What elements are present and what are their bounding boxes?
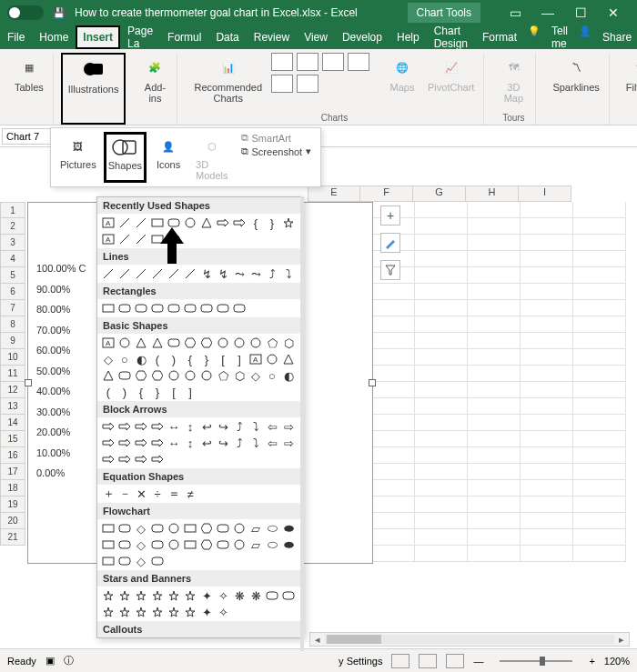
shape-option[interactable] [117,605,132,619]
tab-file[interactable]: File [0,25,32,49]
shape-option[interactable]: ◐ [134,352,148,366]
maps-button[interactable]: 🌐 Maps [386,53,419,105]
shape-option[interactable]: { [134,385,148,399]
row-header[interactable]: 19 [0,496,25,513]
chart-elements-button[interactable]: + [380,206,400,226]
col-header[interactable]: F [360,186,413,202]
view-page-break-icon[interactable] [446,654,464,668]
shape-option[interactable] [150,588,165,603]
resize-handle[interactable] [369,379,376,386]
pivotchart-button[interactable]: 📈 PivotChart [424,53,478,105]
shape-option[interactable]: ◇ [134,521,148,536]
shape-option[interactable]: ⤵ [248,436,263,450]
shape-option[interactable] [183,521,197,536]
shape-option[interactable] [117,266,132,281]
tab-home[interactable]: Home [32,25,76,49]
3d-models-button[interactable]: ⬡ 3D Models [190,132,233,183]
shape-option[interactable] [117,216,132,230]
row-header[interactable]: 17 [0,464,25,480]
illustrations-button[interactable]: Illustrations [65,55,123,96]
row-header[interactable]: 18 [0,480,25,496]
shape-option[interactable]: [ [216,352,230,366]
shape-option[interactable]: ) [117,385,132,399]
shape-option[interactable] [248,336,263,350]
shape-option[interactable] [167,588,181,603]
shape-option[interactable] [216,301,230,316]
tab-data[interactable]: Data [208,25,246,49]
shape-option[interactable] [199,521,214,536]
shape-option[interactable] [167,266,181,281]
row-header[interactable]: 2 [0,218,25,235]
shape-option[interactable]: ↔ [167,436,181,450]
shape-option[interactable] [265,588,279,603]
scroll-thumb[interactable] [327,635,381,644]
shape-option[interactable] [150,436,165,450]
shape-option[interactable]: { [248,216,263,230]
zoom-level[interactable]: 120% [604,656,630,667]
zoom-slider[interactable] [500,660,572,662]
row-header[interactable]: 8 [0,316,25,333]
zoom-out-icon[interactable]: — [473,656,483,667]
shape-option[interactable] [117,419,132,434]
shape-option[interactable] [134,301,148,316]
shape-option[interactable]: ( [101,385,116,399]
col-header[interactable]: E [308,186,360,202]
shape-option[interactable] [183,301,197,316]
shape-option[interactable]: ⤴ [232,436,247,450]
shape-option[interactable]: ⤳ [232,266,247,281]
shape-option[interactable] [101,588,116,603]
view-normal-icon[interactable] [391,654,410,668]
shape-option[interactable] [134,605,148,619]
shape-option[interactable] [134,336,148,350]
shape-option[interactable] [101,521,116,536]
shape-option[interactable]: ↯ [216,266,230,281]
shape-option[interactable]: A [101,216,116,230]
shape-option[interactable]: A [101,232,116,246]
horizontal-scrollbar[interactable]: ◂ ▸ [309,632,630,647]
tab-format[interactable]: Format [475,25,524,49]
col-header[interactable]: I [519,186,571,202]
shape-option[interactable] [134,232,148,246]
shape-option[interactable]: － [117,486,132,501]
shape-option[interactable]: ⬬ [281,537,296,552]
sparklines-button[interactable]: 〽 Sparklines [549,53,602,95]
shape-option[interactable] [101,436,116,450]
share-icon[interactable]: 👤 [579,25,592,49]
shape-option[interactable]: ⤵ [248,419,263,434]
row-header[interactable]: 5 [0,267,25,284]
view-page-layout-icon[interactable] [419,654,437,668]
shape-option[interactable] [117,452,132,466]
shape-option[interactable] [199,216,214,230]
shape-option[interactable]: ＋ [101,486,116,501]
tellme[interactable]: Tell me [544,25,575,49]
tellme-bulb-icon[interactable]: 💡 [528,25,541,49]
shape-option[interactable]: ÷ [150,486,165,501]
row-header[interactable]: 21 [0,529,25,546]
shape-option[interactable] [101,368,116,383]
shape-option[interactable] [167,368,181,383]
shape-option[interactable] [150,537,165,552]
row-header[interactable]: 13 [0,398,25,415]
shape-option[interactable]: ↯ [199,266,214,281]
shape-option[interactable]: ✕ [134,486,148,501]
shape-option[interactable] [150,521,165,536]
shape-option[interactable]: A [248,352,263,366]
shape-option[interactable] [117,588,132,603]
shape-option[interactable] [167,521,181,536]
addins-button[interactable]: 🧩 Add- ins [138,53,171,105]
shape-option[interactable] [134,436,148,450]
recommended-charts-button[interactable]: 📊 Recommended Charts [190,53,266,105]
shape-option[interactable]: ⤵ [281,266,296,281]
shape-option[interactable] [101,605,116,619]
shape-option[interactable]: ( [150,352,165,366]
row-header[interactable]: 14 [0,415,25,431]
row-header[interactable]: 16 [0,447,25,464]
shape-option[interactable]: ▱ [248,521,263,536]
accessibility-icon[interactable]: ⓘ [64,654,74,667]
shape-option[interactable] [183,368,197,383]
shape-option[interactable]: ⬡ [232,368,247,383]
shape-option[interactable]: ▱ [248,537,263,552]
shape-option[interactable] [117,232,132,246]
shape-option[interactable] [117,521,132,536]
scroll-left-icon[interactable]: ◂ [310,634,325,646]
